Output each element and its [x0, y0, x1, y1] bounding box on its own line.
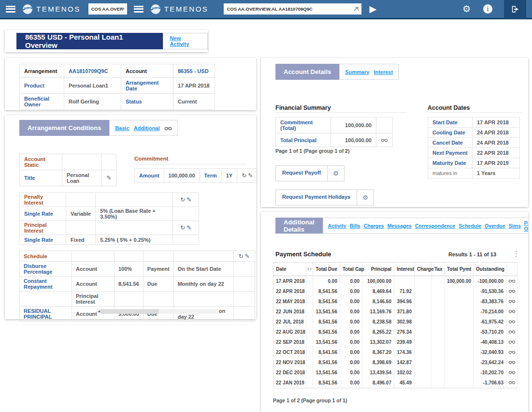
view-binoculars-icon[interactable] [508, 309, 516, 313]
scroll-left-icon[interactable]: ◀ [97, 309, 101, 313]
view-binoculars-icon[interactable] [508, 279, 516, 283]
col-total-due[interactable]: Total Due [313, 263, 340, 276]
charges-link[interactable]: Charges [364, 223, 384, 229]
launch-icon[interactable] [353, 6, 359, 12]
correspondence-link[interactable]: Correspondence [415, 223, 455, 229]
col-resize[interactable] [306, 263, 313, 276]
cell-charge [415, 317, 432, 327]
view-binoculars-icon[interactable] [508, 299, 516, 303]
view-binoculars-icon[interactable] [508, 370, 516, 374]
brand-text: TEMENOS [36, 5, 81, 13]
schedule-link[interactable]: Schedule [459, 223, 481, 229]
command-input-small[interactable] [88, 3, 127, 15]
info-icon[interactable]: i [483, 4, 492, 14]
col-charge[interactable]: Charge [415, 263, 432, 276]
refresh-icon[interactable]: ↻ [180, 196, 185, 203]
kebab-menu-icon[interactable]: ⋮ [513, 250, 520, 258]
cell-principal: 8,238.58 [362, 317, 394, 327]
empty-cell [233, 262, 255, 277]
logout-button[interactable] [504, 0, 526, 19]
additional-details-header: Additional Details Activity Bills Charge… [275, 218, 528, 234]
view-all-binoculars-icon[interactable] [164, 126, 172, 131]
activity-link[interactable]: Activity [328, 223, 346, 229]
total-principal-label: Total Principal [276, 133, 331, 147]
summary-link[interactable]: Summary [345, 69, 369, 75]
cell-total-due: 8,541.56 [313, 327, 340, 337]
menu-icon-2[interactable] [134, 6, 144, 13]
view-binoculars-icon[interactable] [508, 319, 516, 324]
payment-orders-link[interactable]: Payment Orders [524, 220, 528, 232]
basic-link[interactable]: Basic [115, 125, 129, 131]
account-id[interactable]: 86355 - USD [173, 64, 215, 78]
overdue-link[interactable]: Overdue [485, 223, 505, 229]
button-label: Request Payment Holidays [276, 190, 357, 205]
refresh-icon[interactable]: ↻ [239, 253, 244, 260]
table-row: Cancel Date 24 APR 2018 [428, 138, 520, 148]
col-outstanding[interactable]: Outstanding [474, 263, 506, 276]
edit-pencil-icon[interactable]: ✎ [187, 196, 191, 203]
command-input-large[interactable] [224, 3, 361, 15]
financial-summary-pager: Page 1 of 1 (Page group 1 of 2) [275, 148, 349, 154]
account-static-title: Account Static [20, 154, 62, 170]
cell-total-cap: 0.00 [340, 276, 362, 287]
col-interest[interactable]: Interest [394, 263, 415, 276]
request-payment-holidays-button[interactable]: Request Payment Holidays ⚙ [275, 190, 374, 206]
cell-total-pymt [445, 347, 474, 357]
section-links: Activity Bills Charges Messages Correspo… [323, 218, 528, 234]
col-total-pymt[interactable]: Total Pymt [445, 263, 474, 276]
sims-link[interactable]: Sims [509, 223, 521, 229]
schedule-frequency [173, 292, 233, 307]
gear-icon[interactable]: ⚙ [327, 166, 344, 181]
scrollbar-thumb[interactable] [101, 309, 159, 314]
edit-pencil-icon[interactable]: ✎ [245, 253, 250, 260]
refresh-icon[interactable]: ↻ [180, 224, 185, 231]
interest-link[interactable]: Interest [374, 69, 393, 75]
cell-date: 22 MAY 2018 [273, 296, 306, 307]
term-value: 1Y [221, 169, 237, 183]
view-binoculars-icon[interactable] [508, 380, 516, 384]
empty-cell [96, 193, 173, 207]
table-row: Maturity Date 17 APR 2019 [428, 158, 520, 168]
view-binoculars-icon[interactable] [508, 289, 516, 293]
cell-total-pymt [445, 368, 474, 378]
cell-interest: 71.92 [394, 286, 415, 296]
cell-principal: 13,439.54 [362, 368, 394, 378]
menu-icon[interactable] [6, 6, 15, 13]
schedule-title: Schedule [20, 251, 72, 262]
col-principal[interactable]: Principal [362, 263, 394, 276]
arrangement-conditions-card: Arrangement Conditions Basic Additional … [5, 115, 256, 319]
cell-outstanding: -1,706.63 [474, 378, 506, 388]
cell-total-cap: 0.00 [340, 327, 362, 337]
view-binoculars-icon[interactable] [508, 360, 516, 364]
bills-link[interactable]: Bills [349, 223, 360, 229]
request-payoff-button[interactable]: Request Payoff ⚙ [275, 165, 345, 181]
edit-pencil-icon[interactable]: ✎ [248, 172, 253, 179]
cell-principal: 8,398.69 [362, 357, 394, 368]
gear-icon[interactable]: ⚙ [357, 190, 374, 205]
beneficial-owner-label: Beneficial Owner [20, 94, 64, 110]
account-static-table: Account Static Title Personal Loan ✎ [19, 154, 116, 186]
cell-tax [432, 317, 445, 327]
cell-charge [415, 347, 432, 357]
settings-gear-icon[interactable]: ⚙ [462, 3, 471, 15]
edit-pencil-icon[interactable]: ✎ [187, 224, 191, 231]
additional-link[interactable]: Additional [134, 125, 160, 131]
col-date[interactable]: Date [273, 263, 306, 276]
edit-pencil-icon[interactable]: ✎ [106, 175, 111, 181]
horizontal-scrollbar[interactable]: ◀ [97, 309, 217, 314]
col-total-cap[interactable]: Total Cap [340, 263, 362, 276]
arrangement-conditions-header: Arrangement Conditions Basic Additional [19, 120, 178, 136]
cell-outstanding: -40,408.13 [474, 337, 506, 347]
view-binoculars-icon[interactable] [381, 138, 388, 142]
view-binoculars-icon[interactable] [508, 350, 516, 354]
refresh-icon[interactable]: ↻ [242, 172, 246, 179]
run-icon[interactable]: ▶ [369, 3, 376, 15]
view-binoculars-icon[interactable] [508, 339, 516, 344]
new-activity-link[interactable]: New Activity [170, 35, 201, 47]
messages-link[interactable]: Messages [388, 223, 412, 229]
view-binoculars-icon[interactable] [508, 329, 516, 334]
schedule-frequency: On the Start Date [173, 262, 233, 277]
commitment-total-label: Commitment (Total) [276, 118, 331, 133]
arrangement-id[interactable]: AA1810709Q9C [64, 64, 121, 78]
cell-charge [415, 327, 432, 337]
